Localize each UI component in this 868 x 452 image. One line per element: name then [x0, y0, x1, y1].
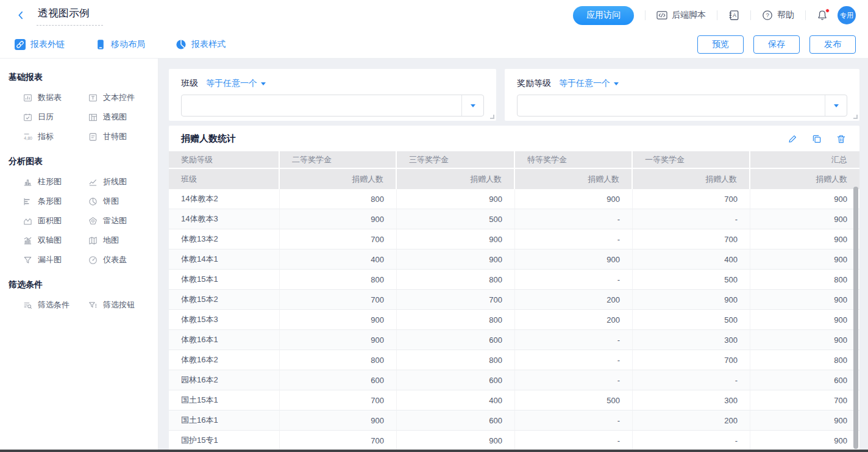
save-button[interactable]: 保存 — [753, 35, 800, 54]
sidebar-item-label: 数据表 — [38, 92, 62, 103]
column-group-header: 特等奖学金 — [515, 151, 633, 169]
data-table-icon — [23, 93, 32, 102]
cell-value: 800 — [280, 189, 397, 209]
copy-widget-button[interactable] — [812, 134, 822, 144]
sidebar-item-label: 地图 — [103, 235, 119, 246]
report-canvas: 班级 等于任意一个 奖励等级 等于任意一个 — [158, 59, 868, 451]
horizontal-scrollbar[interactable] — [0, 450, 868, 452]
table-row: 体教16本2800800-700800 — [169, 350, 859, 370]
filter-value-select[interactable] — [181, 95, 484, 117]
table-row: 园林16本2600600--600 — [169, 370, 859, 390]
pivot-table: 奖励等级 二等奖学金 三等奖学金 特等奖学金 一等奖学金 汇总 班级 捐赠人数 … — [169, 151, 859, 451]
trash-icon — [836, 134, 846, 144]
sidebar-item-map[interactable]: 地图 — [88, 231, 152, 250]
cell-value: 800 — [397, 310, 515, 330]
sidebar-item-bar-chart[interactable]: 条形图 — [23, 192, 88, 211]
cell-value: 500 — [397, 209, 515, 229]
calendar-icon — [23, 113, 32, 122]
mobile-layout-button[interactable]: 移动布局 — [95, 39, 145, 50]
sidebar-item-pivot[interactable]: 透视图 — [88, 107, 152, 127]
sidebar-item-line-chart[interactable]: 折线图 — [88, 172, 152, 192]
cell-value: 900 — [750, 209, 859, 229]
cell-value: 700 — [750, 390, 859, 411]
delete-widget-button[interactable] — [836, 134, 846, 144]
cell-value: 700 — [280, 390, 397, 411]
cell-value: 900 — [750, 290, 859, 310]
sidebar-item-filter-button[interactable]: 筛选按钮 — [88, 295, 152, 315]
copy-icon — [812, 134, 822, 144]
api-directory-button[interactable]: A — [728, 10, 739, 21]
widget-sidebar: 基础报表 数据表文本控件日历透视图4,80指标甘特图 分析图表 柱形图折线图条形… — [0, 59, 158, 451]
pivot-icon — [88, 113, 98, 122]
row-label: 国土16本1 — [169, 411, 280, 431]
cell-value: 700 — [280, 290, 397, 310]
preview-button[interactable]: 预览 — [697, 35, 744, 54]
cell-value: 900 — [750, 229, 859, 249]
sidebar-item-metric[interactable]: 4,80指标 — [23, 127, 88, 146]
sidebar-item-label: 指标 — [38, 131, 54, 142]
cell-value: 900 — [750, 330, 859, 350]
row-label: 体教16本1 — [169, 330, 280, 350]
measure-header: 捐赠人数 — [633, 169, 750, 189]
corner-col-dimension: 奖励等级 — [169, 151, 280, 169]
address-book-icon: A — [728, 10, 739, 21]
mobile-layout-label: 移动布局 — [111, 39, 145, 50]
cell-value: 900 — [397, 189, 515, 209]
sidebar-item-filter-condition[interactable]: 筛选条件 — [23, 295, 88, 315]
sidebar-item-gantt[interactable]: 甘特图 — [88, 127, 152, 146]
cell-value: 400 — [280, 249, 397, 270]
sidebar-item-pie-chart[interactable]: 饼图 — [88, 192, 152, 211]
measure-header: 捐赠人数 — [280, 169, 397, 189]
gauge-icon — [88, 256, 98, 265]
sidebar-item-funnel-chart[interactable]: 漏斗图 — [23, 250, 88, 270]
filter-operator-dropdown[interactable]: 等于任意一个 — [559, 78, 619, 89]
help-button[interactable]: ? 帮助 — [762, 10, 794, 21]
back-button[interactable] — [16, 10, 27, 21]
sidebar-items-grid: 数据表文本控件日历透视图4,80指标甘特图 — [23, 88, 152, 146]
sidebar-item-data-table[interactable]: 数据表 — [23, 88, 88, 107]
avatar[interactable]: 专用 — [838, 6, 856, 24]
edit-widget-button[interactable] — [788, 134, 797, 144]
sidebar-item-dual-axis-chart[interactable]: 双轴图 — [23, 231, 88, 250]
resize-handle[interactable] — [490, 115, 494, 119]
row-label: 园林16本2 — [169, 370, 280, 390]
link-icon — [15, 39, 26, 50]
select-arrow-zone[interactable] — [461, 95, 483, 116]
cell-value: - — [515, 229, 633, 249]
resize-handle[interactable] — [853, 115, 858, 119]
page-title[interactable]: 透视图示例 — [37, 5, 103, 26]
filter-value-select[interactable] — [517, 95, 847, 117]
sidebar-item-label: 饼图 — [103, 196, 119, 207]
cell-value: 700 — [633, 189, 750, 209]
sidebar-item-gauge[interactable]: 仪表盘 — [88, 250, 152, 270]
cell-value: 900 — [515, 189, 633, 209]
sidebar-item-text-widget[interactable]: 文本控件 — [88, 88, 152, 107]
filter-operator-dropdown[interactable]: 等于任意一个 — [206, 78, 266, 89]
publish-button[interactable]: 发布 — [809, 35, 856, 54]
sidebar-item-area-chart[interactable]: 面积图 — [23, 211, 88, 231]
map-icon — [88, 236, 98, 245]
cell-value: 900 — [280, 310, 397, 330]
code-icon — [656, 10, 667, 21]
cell-value: 600 — [397, 330, 515, 350]
app-access-button[interactable]: 应用访问 — [573, 6, 634, 25]
filter-operator-label: 等于任意一个 — [559, 78, 610, 89]
cell-value: 500 — [633, 270, 750, 290]
row-label: 体教13本2 — [169, 229, 280, 249]
sidebar-item-radar-chart[interactable]: 雷达图 — [88, 211, 152, 231]
backend-script-button[interactable]: 后端脚本 — [656, 10, 706, 21]
sidebar-item-column-chart[interactable]: 柱形图 — [23, 172, 88, 192]
radar-chart-icon — [88, 217, 98, 226]
cell-value: 900 — [750, 249, 859, 270]
notifications-button[interactable] — [817, 10, 828, 21]
column-group-header: 三等奖学金 — [397, 151, 515, 169]
pivot-title: 捐赠人数统计 — [181, 133, 236, 145]
report-style-button[interactable]: 报表样式 — [176, 39, 226, 50]
vertical-scrollbar[interactable] — [853, 187, 858, 449]
cell-value: 800 — [397, 270, 515, 290]
report-external-link-button[interactable]: 报表外链 — [15, 39, 65, 50]
select-arrow-zone[interactable] — [825, 95, 847, 116]
sidebar-item-calendar[interactable]: 日历 — [23, 107, 88, 127]
cell-value: 800 — [750, 350, 859, 370]
table-row: 国土15本1700400500300700 — [169, 390, 859, 411]
